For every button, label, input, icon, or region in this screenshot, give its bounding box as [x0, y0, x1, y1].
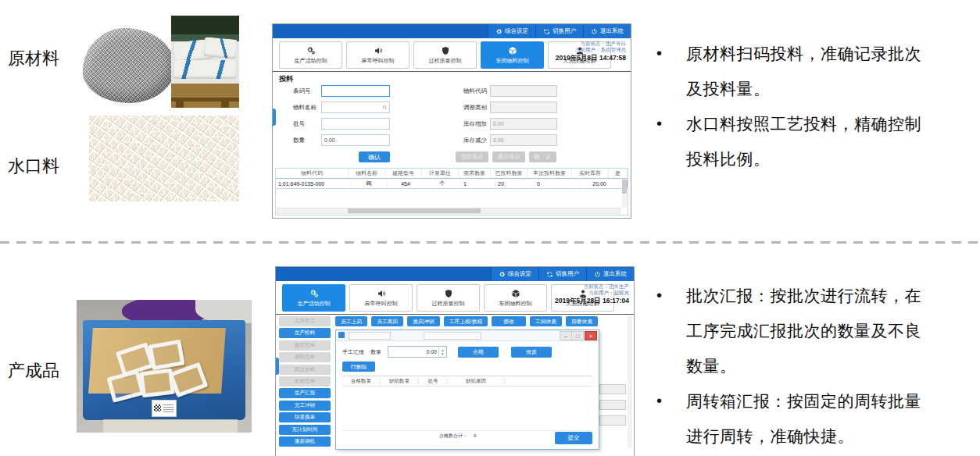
confirm-button[interactable]: 确认	[359, 151, 390, 162]
sidebar-button[interactable]: 调机完毕	[279, 352, 331, 362]
sidebar-button[interactable]: 快速换单	[279, 412, 331, 422]
titlebar-button-label: 切换用户	[556, 270, 579, 278]
sidebar-button[interactable]: 重新调机	[279, 436, 331, 447]
form-field: 批号	[293, 118, 390, 130]
titlebar-button[interactable]: 综合设定	[488, 24, 535, 38]
quick-action-button[interactable]: 员工离岗	[371, 316, 403, 326]
inventory-button-disabled: 确 认	[529, 151, 556, 162]
vertical-scrollbar[interactable]	[622, 179, 627, 208]
bullet-dot: •	[652, 278, 686, 383]
readonly-input	[490, 102, 557, 113]
status-datetime: 2019年5月8日 14:47:58	[556, 54, 626, 62]
sidebar-button[interactable]: 跳过首检	[279, 365, 331, 375]
collapsed-panel-handle[interactable]	[272, 109, 276, 126]
titlebar-button[interactable]: 切换用户	[538, 267, 586, 281]
titlebar-button[interactable]: 退出系统	[586, 267, 634, 281]
disabled-dropdown	[424, 332, 481, 340]
switch-user-icon	[546, 271, 553, 278]
vertical-scrollbar[interactable]	[628, 316, 632, 447]
quick-action-button[interactable]: 换岗冲销	[407, 316, 439, 326]
close-icon[interactable]: ×	[585, 331, 597, 340]
field-label: 物料名称	[293, 104, 321, 112]
sidebar-button[interactable]: 换型完毕	[279, 340, 331, 351]
spinner-arrows[interactable]: ▴▾	[438, 347, 446, 357]
status-box: 当前状态：正常生产 当前用户：赵晓岚 2019年5月28日 16:17:04	[555, 283, 629, 305]
background-field	[599, 384, 626, 394]
module-tab[interactable]: 过程质量控制	[417, 284, 480, 312]
sidebar-button[interactable]: 无计划时间	[279, 425, 331, 435]
horizontal-scrollbar[interactable]	[277, 208, 621, 214]
quick-action-button[interactable]: 接收	[492, 316, 526, 326]
table-cell: 1	[461, 181, 495, 187]
readonly-input: 0.00	[490, 134, 557, 146]
search-icon[interactable]	[382, 105, 388, 110]
quick-action-button[interactable]: 用餐休息	[566, 316, 598, 326]
label-sprue-material: 水口料	[8, 155, 59, 178]
module-tab[interactable]: 过程质量控制	[413, 41, 477, 69]
module-tab[interactable]: 生产活动控制	[279, 41, 342, 69]
quick-action-button[interactable]: 工间休息	[530, 316, 562, 326]
material-table: 物料代码物料名称规格型号计量单位需求数量已投料数量本次投料数量实时库存是 1.0…	[275, 168, 628, 216]
shield-icon	[441, 46, 450, 55]
row-delete-button[interactable]: 行删除	[342, 362, 375, 372]
module-tab[interactable]: 生产活动控制	[282, 284, 345, 312]
gear-icon	[499, 271, 506, 278]
collapsed-panel-handle[interactable]	[275, 358, 279, 375]
field-label: 库存增加	[449, 120, 490, 128]
bullet-text: 水口料按照工艺投料，精确控制投料比例。	[686, 106, 935, 176]
section-divider	[0, 241, 980, 244]
scroll-thumb[interactable]	[348, 208, 481, 213]
sidebar-button[interactable]: 工序开工	[279, 316, 331, 326]
module-tab-label: 过程质量控制	[429, 57, 462, 65]
submit-button[interactable]: 提交	[555, 432, 592, 444]
module-tab[interactable]: 车间物料控制	[481, 41, 544, 69]
sidebar-button[interactable]: 生产汇报	[279, 388, 331, 398]
report-table-header-cell: 缺陷数量	[381, 378, 419, 385]
pass-total: 合格数合计：0	[439, 433, 476, 440]
disabled-dropdown	[349, 332, 391, 340]
table-cell: 20.00	[581, 181, 618, 187]
bullet-text: 原材料扫码投料，准确记录批次及投料量。	[686, 36, 935, 106]
minimize-icon[interactable]: –	[560, 331, 572, 340]
titlebar-button-label: 退出系统	[603, 270, 627, 278]
table-cell: 45#	[388, 181, 424, 187]
cardboard-box	[103, 419, 238, 433]
report-table-body	[342, 387, 592, 431]
text-input[interactable]	[321, 85, 390, 97]
titlebar-button[interactable]: 切换用户	[535, 24, 583, 38]
scrap-button[interactable]: 报废	[511, 347, 552, 358]
scroll-thumb[interactable]	[622, 180, 627, 194]
titlebar-button-label: 综合设定	[505, 27, 528, 35]
bullet-item: • 批次汇报：按批次进行流转，在工序完成汇报批次的数量及不良数量。	[652, 278, 977, 383]
module-tab[interactable]: 车间物料控制	[484, 284, 547, 312]
table-header-cell: 计量单位	[422, 169, 459, 177]
raw-material-sacks-photo	[171, 16, 239, 108]
text-input[interactable]	[321, 102, 390, 113]
pallet-slat	[221, 101, 229, 108]
gears-icon	[309, 289, 319, 298]
table-cell: 阀	[351, 180, 388, 187]
maximize-icon[interactable]: □	[571, 331, 584, 340]
sidebar-button[interactable]: 首检完毕	[279, 376, 331, 387]
quantity-input[interactable]: 0.00 ▴▾	[388, 346, 447, 358]
table-row[interactable]: 1.01.649-0135-000阀45#个120020.00	[276, 179, 628, 189]
input-value: 0.00	[491, 121, 504, 126]
titlebar-button-label: 切换用户	[553, 27, 576, 35]
titlebar-button[interactable]: 综合设定	[491, 267, 538, 281]
pass-button[interactable]: 合格	[458, 347, 499, 358]
text-input[interactable]	[321, 118, 390, 130]
titlebar-button[interactable]: 退出系统	[583, 24, 631, 38]
quick-action-button[interactable]: 工序上模/换模	[444, 316, 488, 326]
module-tab-label: 生产活动控制	[295, 57, 327, 65]
text-input[interactable]: 0.00	[321, 134, 390, 146]
quick-action-button[interactable]: 员工上岗	[335, 316, 367, 326]
dialog-titlebar: – □ ×	[336, 330, 599, 341]
sidebar-button[interactable]: 生产投料	[279, 328, 331, 338]
module-tab[interactable]: 异常呼叫控制	[349, 284, 413, 312]
table-header-cell: 物料名称	[349, 169, 385, 177]
module-tab[interactable]: 异常呼叫控制	[346, 41, 410, 69]
mes-window-reporting: 综合设定 切换用户 退出系统	[275, 266, 635, 456]
table-cell: 20	[495, 181, 535, 187]
sidebar-button[interactable]: 完工冲销	[279, 401, 331, 411]
status-user: 当前用户：系统管理员	[556, 47, 626, 53]
